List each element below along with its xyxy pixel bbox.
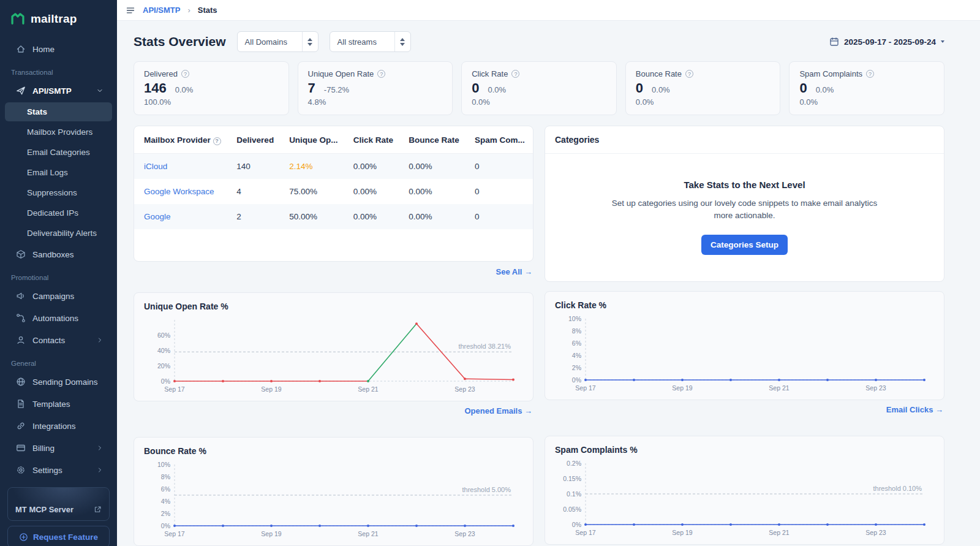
col-header-unique-open: Unique Op...: [282, 126, 346, 153]
provider-link-google-workspace[interactable]: Google Workspace: [144, 187, 214, 196]
col-header-provider: Mailbox Provider: [134, 126, 229, 153]
svg-text:0%: 0%: [161, 377, 170, 385]
stat-card-delivered: Delivered 1460.0% 100.0%: [134, 61, 289, 115]
svg-text:Sep 21: Sep 21: [769, 529, 789, 536]
provider-link-google[interactable]: Google: [144, 212, 171, 221]
provider-link-icloud[interactable]: iCloud: [144, 162, 167, 171]
sidebar-item-automations[interactable]: Automations: [5, 308, 112, 328]
bounce-rate-chart: 0%2%4%6%8%10%threshold 5.00%Sep 17Sep 19…: [144, 460, 523, 540]
sidebar-item-sending-domains[interactable]: Sending Domains: [5, 371, 112, 392]
chevron-right-icon: [96, 466, 104, 474]
stat-label: Bounce Rate: [636, 69, 682, 78]
external-link-icon: [94, 506, 102, 514]
mailtrap-logo[interactable]: mailtrap: [0, 0, 117, 36]
sidebar-item-settings[interactable]: Settings: [5, 460, 112, 480]
help-icon[interactable]: [181, 70, 189, 78]
bounce-rate-chart-card: Bounce Rate % 0%2%4%6%8%10%threshold 5.0…: [134, 437, 533, 546]
stat-card-bounce-rate: Bounce Rate 00.0% 0.0%: [625, 61, 781, 115]
cell-unique-open: 2.14%: [282, 153, 346, 179]
sidebar-item-suppressions[interactable]: Suppressions: [5, 183, 112, 202]
cell-delivered: 4: [229, 179, 282, 204]
svg-text:0%: 0%: [161, 522, 170, 529]
svg-text:Sep 17: Sep 17: [575, 384, 595, 392]
sidebar-item-billing[interactable]: Billing: [5, 438, 112, 458]
help-icon[interactable]: [685, 70, 693, 78]
date-range-value: 2025-09-17 - 2025-09-24: [844, 37, 936, 47]
stat-cards-row: Delivered 1460.0% 100.0% Unique Open Rat…: [134, 61, 944, 115]
sidebar-item-contacts[interactable]: Contacts: [5, 330, 112, 351]
breadcrumb-parent-link[interactable]: API/SMTP: [143, 6, 180, 15]
cell-unique-open: 50.00%: [282, 204, 346, 229]
sidebar-item-sandboxes[interactable]: Sandboxes: [5, 244, 112, 265]
gear-icon: [16, 465, 26, 475]
sidebar-item-home[interactable]: Home: [5, 39, 112, 59]
svg-text:Sep 23: Sep 23: [865, 384, 886, 392]
chart-title: Click Rate %: [555, 300, 934, 310]
provider-table: Mailbox Provider Delivered Unique Op... …: [134, 126, 533, 229]
sidebar-item-integrations[interactable]: Integrations: [5, 415, 112, 436]
categories-description: Set up categories using our lovely code …: [610, 197, 880, 221]
svg-text:threshold 0.10%: threshold 0.10%: [873, 485, 922, 492]
svg-text:6%: 6%: [161, 485, 170, 493]
svg-text:0.15%: 0.15%: [563, 475, 581, 482]
stat-label: Delivered: [144, 69, 178, 78]
date-range-picker[interactable]: 2025-09-17 - 2025-09-24: [829, 37, 944, 47]
content: Stats Overview All Domains All streams 2…: [117, 21, 980, 546]
svg-text:Sep 23: Sep 23: [865, 529, 886, 536]
left-column: Mailbox Provider Delivered Unique Op... …: [134, 126, 533, 546]
chart-title: Unique Open Rate %: [144, 301, 523, 311]
svg-text:Sep 19: Sep 19: [261, 530, 281, 537]
stat-rate: 4.8%: [308, 97, 443, 107]
help-icon[interactable]: [377, 70, 385, 78]
stream-filter-select[interactable]: All streams: [330, 31, 411, 52]
categories-card: Categories Take Stats to the Next Level …: [545, 126, 944, 282]
sidebar-item-email-categories[interactable]: Email Categories: [5, 143, 112, 162]
section-label-promotional: Promotional: [0, 265, 117, 285]
svg-text:60%: 60%: [157, 332, 170, 339]
stat-delta: 0.0%: [816, 85, 834, 94]
help-icon[interactable]: [213, 137, 221, 145]
chart-title: Spam Complaints %: [555, 445, 934, 455]
svg-text:Sep 19: Sep 19: [261, 385, 281, 393]
sidebar-nav: Home Transactional API/SMTP Stats Mailbo…: [0, 36, 117, 546]
sidebar-item-label: Sandboxes: [32, 250, 74, 259]
link-chain-icon: [16, 421, 26, 431]
domain-filter-select[interactable]: All Domains: [237, 31, 318, 52]
categories-setup-button[interactable]: Categories Setup: [701, 235, 788, 255]
sidebar-item-api-smtp[interactable]: API/SMTP: [5, 80, 112, 101]
categories-card-body: Take Stats to the Next Level Set up cate…: [545, 154, 944, 281]
sidebar-item-dedicated-ips[interactable]: Dedicated IPs: [5, 203, 112, 222]
cell-bounce: 0.00%: [401, 204, 467, 229]
stat-value: 146: [144, 80, 167, 96]
sidebar-item-deliverability-alerts[interactable]: Deliverability Alerts: [5, 224, 112, 243]
automation-flow-icon: [16, 313, 26, 323]
col-header-click-rate: Click Rate: [346, 126, 401, 153]
section-label-general: General: [0, 351, 117, 371]
svg-text:10%: 10%: [568, 315, 581, 322]
help-icon[interactable]: [511, 70, 519, 78]
cell-delivered: 2: [229, 204, 282, 229]
mcp-server-card[interactable]: MT MCP Server: [7, 487, 110, 521]
col-header-delivered: Delivered: [229, 126, 282, 153]
request-feature-button[interactable]: Request Feature: [7, 526, 110, 546]
svg-text:40%: 40%: [157, 347, 170, 354]
svg-text:0.05%: 0.05%: [563, 506, 581, 513]
see-all-link[interactable]: See All →: [496, 267, 532, 276]
sidebar-item-mailbox-providers[interactable]: Mailbox Providers: [5, 123, 112, 142]
sidebar-item-campaigns[interactable]: Campaigns: [5, 286, 112, 306]
table-row: iCloud 140 2.14% 0.00% 0.00% 0: [134, 153, 533, 179]
opened-emails-link[interactable]: Opened Emails →: [464, 406, 532, 415]
svg-text:Sep 17: Sep 17: [164, 385, 184, 393]
sidebar-item-templates[interactable]: Templates: [5, 393, 112, 414]
sidebar-item-label: Sending Domains: [32, 377, 98, 387]
sidebar-item-stats[interactable]: Stats: [5, 102, 112, 121]
sidebar-item-email-logs[interactable]: Email Logs: [5, 163, 112, 182]
calendar-icon: [829, 37, 839, 47]
svg-text:0.2%: 0.2%: [567, 460, 581, 467]
sidebar-toggle-icon[interactable]: [126, 6, 135, 15]
svg-text:10%: 10%: [157, 461, 170, 468]
email-clicks-link[interactable]: Email Clicks →: [886, 405, 943, 414]
help-icon[interactable]: [866, 70, 874, 78]
svg-text:0%: 0%: [572, 376, 581, 384]
cell-click: 0.00%: [346, 153, 401, 179]
